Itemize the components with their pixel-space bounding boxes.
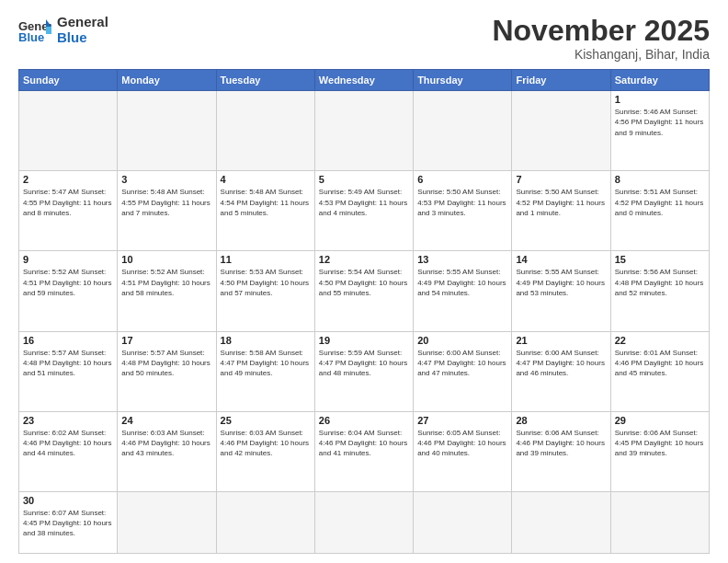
- day-number: 27: [417, 415, 507, 426]
- table-row: 23Sunrise: 6:02 AM Sunset: 4:46 PM Dayli…: [19, 411, 118, 491]
- title-area: November 2025 Kishanganj, Bihar, India: [492, 15, 710, 62]
- col-thursday: Thursday: [414, 70, 512, 91]
- day-number: 25: [221, 415, 311, 426]
- logo-general-text: General: [57, 15, 108, 30]
- day-number: 20: [417, 335, 507, 346]
- cell-info: Sunrise: 6:06 AM Sunset: 4:46 PM Dayligh…: [516, 428, 606, 459]
- table-row: 20Sunrise: 6:00 AM Sunset: 4:47 PM Dayli…: [414, 331, 512, 411]
- page: General Blue General Blue November 2025 …: [0, 0, 728, 563]
- day-number: 14: [516, 254, 606, 265]
- cell-info: Sunrise: 6:07 AM Sunset: 4:45 PM Dayligh…: [23, 508, 113, 539]
- table-row: [414, 91, 512, 171]
- day-number: 10: [121, 254, 211, 265]
- table-row: 21Sunrise: 6:00 AM Sunset: 4:47 PM Dayli…: [512, 331, 610, 411]
- table-row: 13Sunrise: 5:55 AM Sunset: 4:49 PM Dayli…: [414, 251, 512, 331]
- table-row: 5Sunrise: 5:49 AM Sunset: 4:53 PM Daylig…: [314, 171, 413, 251]
- day-number: 17: [121, 335, 211, 346]
- cell-info: Sunrise: 5:57 AM Sunset: 4:48 PM Dayligh…: [23, 348, 113, 379]
- logo-icon: General Blue: [18, 17, 51, 43]
- table-row: 25Sunrise: 6:03 AM Sunset: 4:46 PM Dayli…: [216, 411, 314, 491]
- table-row: 24Sunrise: 6:03 AM Sunset: 4:46 PM Dayli…: [118, 411, 216, 491]
- table-row: [610, 491, 709, 553]
- col-saturday: Saturday: [610, 70, 709, 91]
- day-number: 9: [23, 254, 113, 265]
- table-row: 27Sunrise: 6:05 AM Sunset: 4:46 PM Dayli…: [414, 411, 512, 491]
- day-number: 28: [516, 415, 606, 426]
- table-row: [512, 491, 610, 553]
- table-row: 10Sunrise: 5:52 AM Sunset: 4:51 PM Dayli…: [118, 251, 216, 331]
- table-row: 29Sunrise: 6:06 AM Sunset: 4:45 PM Dayli…: [610, 411, 709, 491]
- table-row: 12Sunrise: 5:54 AM Sunset: 4:50 PM Dayli…: [314, 251, 413, 331]
- day-number: 11: [221, 254, 311, 265]
- day-number: 22: [615, 335, 705, 346]
- table-row: [314, 91, 413, 171]
- table-row: [216, 91, 314, 171]
- cell-info: Sunrise: 5:58 AM Sunset: 4:47 PM Dayligh…: [221, 348, 311, 379]
- cell-info: Sunrise: 5:54 AM Sunset: 4:50 PM Dayligh…: [319, 267, 409, 298]
- day-number: 12: [319, 254, 409, 265]
- day-number: 24: [121, 415, 211, 426]
- logo: General Blue General Blue: [18, 15, 108, 45]
- cell-info: Sunrise: 5:55 AM Sunset: 4:49 PM Dayligh…: [516, 267, 606, 298]
- table-row: 22Sunrise: 6:01 AM Sunset: 4:46 PM Dayli…: [610, 331, 709, 411]
- table-row: 19Sunrise: 5:59 AM Sunset: 4:47 PM Dayli…: [314, 331, 413, 411]
- day-number: 19: [319, 335, 409, 346]
- col-tuesday: Tuesday: [216, 70, 314, 91]
- col-friday: Friday: [512, 70, 610, 91]
- cell-info: Sunrise: 6:05 AM Sunset: 4:46 PM Dayligh…: [417, 428, 507, 459]
- cell-info: Sunrise: 6:00 AM Sunset: 4:47 PM Dayligh…: [417, 348, 507, 379]
- cell-info: Sunrise: 5:49 AM Sunset: 4:53 PM Dayligh…: [319, 187, 409, 218]
- cell-info: Sunrise: 6:06 AM Sunset: 4:45 PM Dayligh…: [615, 428, 705, 459]
- cell-info: Sunrise: 5:50 AM Sunset: 4:53 PM Dayligh…: [417, 187, 507, 218]
- table-row: [118, 91, 216, 171]
- col-monday: Monday: [118, 70, 216, 91]
- table-row: 16Sunrise: 5:57 AM Sunset: 4:48 PM Dayli…: [19, 331, 118, 411]
- table-row: [216, 491, 314, 553]
- table-row: 30Sunrise: 6:07 AM Sunset: 4:45 PM Dayli…: [19, 491, 118, 553]
- header: General Blue General Blue November 2025 …: [18, 15, 710, 62]
- day-number: 2: [23, 174, 113, 185]
- calendar-header-row: Sunday Monday Tuesday Wednesday Thursday…: [19, 70, 710, 91]
- table-row: 15Sunrise: 5:56 AM Sunset: 4:48 PM Dayli…: [610, 251, 709, 331]
- day-number: 16: [23, 335, 113, 346]
- calendar-table: Sunday Monday Tuesday Wednesday Thursday…: [18, 69, 710, 554]
- col-wednesday: Wednesday: [314, 70, 413, 91]
- table-row: 2Sunrise: 5:47 AM Sunset: 4:55 PM Daylig…: [19, 171, 118, 251]
- table-row: 7Sunrise: 5:50 AM Sunset: 4:52 PM Daylig…: [512, 171, 610, 251]
- cell-info: Sunrise: 5:56 AM Sunset: 4:48 PM Dayligh…: [615, 267, 705, 298]
- table-row: [19, 91, 118, 171]
- month-title: November 2025: [492, 15, 710, 47]
- table-row: 9Sunrise: 5:52 AM Sunset: 4:51 PM Daylig…: [19, 251, 118, 331]
- table-row: 1Sunrise: 5:46 AM Sunset: 4:56 PM Daylig…: [610, 91, 709, 171]
- day-number: 18: [221, 335, 311, 346]
- day-number: 15: [615, 254, 705, 265]
- col-sunday: Sunday: [19, 70, 118, 91]
- table-row: 3Sunrise: 5:48 AM Sunset: 4:55 PM Daylig…: [118, 171, 216, 251]
- cell-info: Sunrise: 5:48 AM Sunset: 4:55 PM Dayligh…: [121, 187, 211, 218]
- table-row: [414, 491, 512, 553]
- table-row: 8Sunrise: 5:51 AM Sunset: 4:52 PM Daylig…: [610, 171, 709, 251]
- day-number: 21: [516, 335, 606, 346]
- cell-info: Sunrise: 6:03 AM Sunset: 4:46 PM Dayligh…: [221, 428, 311, 459]
- cell-info: Sunrise: 5:48 AM Sunset: 4:54 PM Dayligh…: [221, 187, 311, 218]
- cell-info: Sunrise: 5:53 AM Sunset: 4:50 PM Dayligh…: [221, 267, 311, 298]
- day-number: 1: [615, 94, 705, 105]
- cell-info: Sunrise: 5:46 AM Sunset: 4:56 PM Dayligh…: [615, 107, 705, 138]
- subtitle: Kishanganj, Bihar, India: [492, 47, 710, 62]
- svg-marker-3: [46, 27, 51, 34]
- cell-info: Sunrise: 5:59 AM Sunset: 4:47 PM Dayligh…: [319, 348, 409, 379]
- table-row: 18Sunrise: 5:58 AM Sunset: 4:47 PM Dayli…: [216, 331, 314, 411]
- day-number: 13: [417, 254, 507, 265]
- day-number: 4: [221, 174, 311, 185]
- day-number: 5: [319, 174, 409, 185]
- day-number: 30: [23, 495, 113, 506]
- table-row: 6Sunrise: 5:50 AM Sunset: 4:53 PM Daylig…: [414, 171, 512, 251]
- day-number: 3: [121, 174, 211, 185]
- table-row: 17Sunrise: 5:57 AM Sunset: 4:48 PM Dayli…: [118, 331, 216, 411]
- table-row: [314, 491, 413, 553]
- logo-blue-text: Blue: [57, 30, 108, 46]
- cell-info: Sunrise: 6:03 AM Sunset: 4:46 PM Dayligh…: [121, 428, 211, 459]
- day-number: 23: [23, 415, 113, 426]
- cell-info: Sunrise: 6:04 AM Sunset: 4:46 PM Dayligh…: [319, 428, 409, 459]
- cell-info: Sunrise: 5:52 AM Sunset: 4:51 PM Dayligh…: [23, 267, 113, 298]
